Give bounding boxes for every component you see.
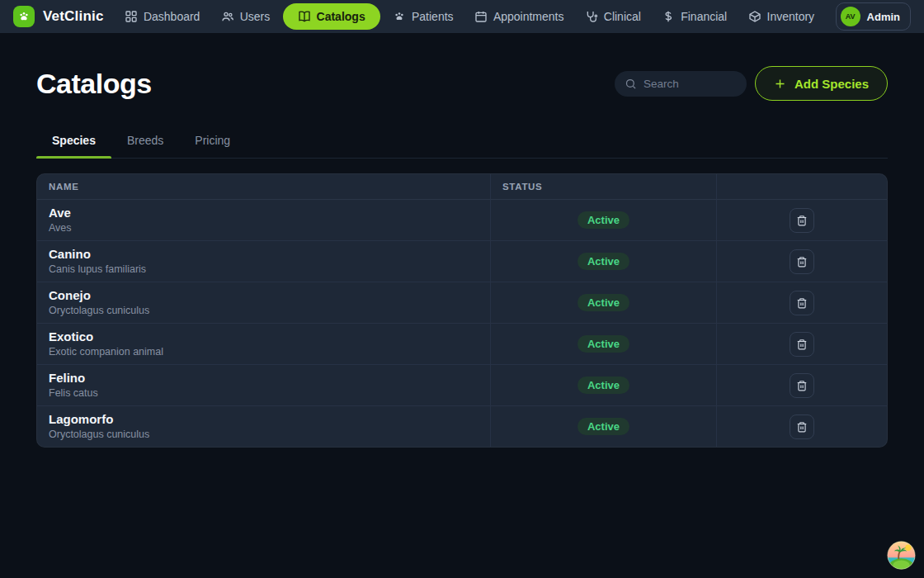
table-row[interactable]: Lagomorfo Oryctolagus cuniculus Active [37,406,887,447]
nav-item-catalogs[interactable]: Catalogs [283,3,380,30]
search-box[interactable] [615,71,747,97]
species-name: Ave [49,206,478,220]
add-species-button[interactable]: Add Species [755,66,888,101]
tab-breeds[interactable]: Breeds [111,126,179,158]
search-icon [625,78,637,90]
species-scientific-name: Oryctolagus cuniculus [49,304,478,317]
nav-item-dashboard[interactable]: Dashboard [116,5,209,28]
name-cell: Ave Aves [37,200,490,240]
actions-cell [716,324,887,364]
status-badge: Active [578,294,629,311]
delete-button[interactable] [790,291,814,315]
nav-item-label: Clinical [604,10,641,23]
status-cell: Active [490,365,716,405]
actions-cell [716,282,887,323]
actions-cell [716,200,887,240]
nav-item-inventory[interactable]: Inventory [740,5,823,28]
main-content: Catalogs Add Species Species Breeds Pric… [0,66,924,448]
nav-item-label: Financial [681,10,727,23]
name-cell: Exotico Exotic companion animal [37,324,490,364]
trash-icon [796,215,808,226]
trash-icon [796,339,808,350]
table-row[interactable]: Ave Aves Active [37,200,887,241]
status-badge: Active [578,211,629,229]
trash-icon [796,421,808,433]
open-book-icon [298,10,311,23]
delete-button[interactable] [790,332,814,357]
nav-item-label: Inventory [767,10,815,23]
trash-icon [796,380,808,391]
species-name: Felino [49,371,478,386]
calendar-icon [474,10,488,23]
status-badge: Active [578,253,629,270]
table-header-row: Name Status [37,174,887,200]
paw-logo-icon [13,6,35,27]
delete-button[interactable] [790,415,814,439]
nav-item-clinical[interactable]: Clinical [577,5,649,28]
island-icon[interactable] [886,540,917,571]
species-name: Lagomorfo [49,412,478,427]
table-row[interactable]: Felino Felis catus Active [37,365,887,406]
brand-name: VetClinic [43,8,104,25]
tab-pricing[interactable]: Pricing [179,126,246,158]
species-name: Exotico [49,329,478,344]
status-cell: Active [490,406,716,447]
name-cell: Conejo Oryctolagus cuniculus [37,282,490,323]
stethoscope-icon [585,10,598,23]
actions-cell [716,241,887,282]
table-row[interactable]: Exotico Exotic companion animal Active [37,324,887,365]
species-name: Conejo [49,288,478,303]
grid-icon [125,10,138,23]
nav-item-appointments[interactable]: Appointments [466,5,573,28]
nav-item-label: Users [240,10,271,23]
table-row[interactable]: Canino Canis lupus familiaris Active [37,241,887,282]
table-row[interactable]: Conejo Oryctolagus cuniculus Active [37,282,887,324]
species-scientific-name: Exotic companion animal [49,345,478,358]
top-navbar: VetClinic Dashboard Users Catalogs Patie… [0,0,924,33]
tab-species[interactable]: Species [36,126,111,158]
status-cell: Active [490,200,716,240]
nav-item-label: Catalogs [317,10,365,23]
avatar: AV [841,7,860,26]
column-header-actions [716,174,887,200]
status-badge: Active [578,335,629,353]
actions-cell [716,365,887,405]
delete-button[interactable] [790,249,814,274]
page-title: Catalogs [36,68,152,100]
brand: VetClinic [13,6,104,27]
status-badge: Active [578,418,629,435]
species-scientific-name: Aves [49,221,478,235]
species-scientific-name: Oryctolagus cuniculus [49,428,478,441]
paw-icon [393,10,406,23]
nav-item-users[interactable]: Users [213,5,279,28]
status-cell: Active [490,282,716,323]
column-header-name: Name [37,174,490,200]
name-cell: Lagomorfo Oryctolagus cuniculus [37,406,490,447]
nav-menu: Dashboard Users Catalogs Patients Appoin… [112,3,827,30]
species-scientific-name: Canis lupus familiaris [49,263,478,276]
dollar-icon [662,10,675,23]
species-scientific-name: Felis catus [49,386,478,400]
status-cell: Active [490,324,716,364]
table-body: Ave Aves Active Canino Canis lupus famil… [37,200,887,447]
admin-label: Admin [867,11,900,23]
page-header: Catalogs Add Species [36,66,888,101]
species-table: Name Status Ave Aves Active Canino Canis… [36,173,888,448]
users-icon [221,10,234,23]
nav-item-patients[interactable]: Patients [384,5,462,28]
species-name: Canino [49,247,478,262]
status-cell: Active [490,241,716,282]
nav-item-label: Dashboard [144,10,200,23]
trash-icon [796,297,808,309]
delete-button[interactable] [790,208,814,233]
column-header-status: Status [490,174,716,200]
name-cell: Felino Felis catus [37,365,490,405]
status-badge: Active [578,377,629,394]
add-species-label: Add Species [794,77,869,91]
nav-item-financial[interactable]: Financial [653,5,735,28]
search-input[interactable] [644,78,737,90]
trash-icon [796,256,808,268]
plus-icon [774,78,786,90]
admin-menu[interactable]: AV Admin [836,2,911,31]
delete-button[interactable] [790,373,814,398]
